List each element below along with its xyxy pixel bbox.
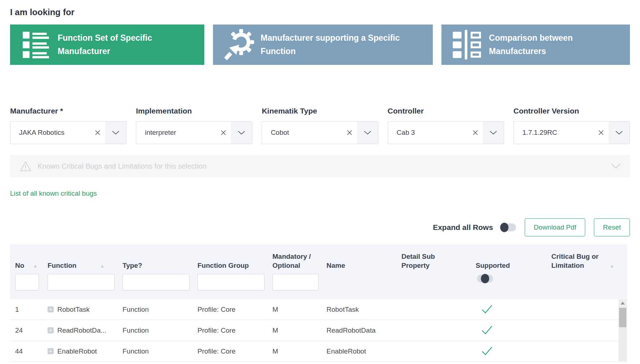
list-icon [19, 28, 52, 61]
filter-input-no[interactable] [15, 274, 39, 290]
table-row[interactable]: 1 +RobotTask Function Profile: Core M Ro… [10, 299, 618, 320]
selected-value: Cab 3 [388, 129, 468, 137]
clear-icon[interactable] [342, 130, 357, 136]
filter-input-function-group[interactable] [197, 274, 265, 290]
filter-kinematik-type: Kinematik Type Cobot [262, 107, 378, 144]
filter-label: Controller Version [514, 107, 630, 115]
clear-icon[interactable] [216, 130, 231, 136]
sort-asc-icon[interactable]: ▲ [610, 263, 614, 269]
chevron-down-icon[interactable] [105, 121, 126, 144]
supported-filter-toggle[interactable] [477, 275, 493, 283]
column-header-supported: Supported [471, 250, 546, 290]
accordion-title: Known Critical Bugs and Limitations for … [37, 162, 206, 170]
column-label: No [15, 261, 24, 270]
reset-button[interactable]: Reset [594, 218, 630, 236]
chevron-down-icon[interactable] [483, 121, 504, 144]
cell-name: EnableRobot [321, 347, 396, 355]
column-header-function-group: Function Group [192, 250, 267, 290]
mode-card-label: Comparison between Manufacturers [489, 31, 630, 58]
function-text: ReadRobotDa... [57, 327, 106, 334]
table-toolbar: Expand all Rows Download Pdf Reset [10, 218, 630, 236]
check-icon [481, 346, 493, 356]
warning-icon [19, 161, 32, 172]
critical-bugs-link[interactable]: List of all known critical bugs [10, 190, 97, 197]
cell-type: Function [117, 347, 192, 355]
clear-icon[interactable] [90, 130, 105, 136]
cell-supported [471, 303, 546, 316]
cell-no: 1 [10, 306, 43, 314]
filter-label: Implementation [136, 107, 252, 115]
expand-plus-icon[interactable]: + [48, 306, 54, 312]
scroll-up-icon[interactable] [621, 302, 625, 305]
filter-label: Kinematik Type [262, 107, 378, 115]
sort-asc-icon[interactable]: ▲ [33, 263, 37, 269]
check-icon [481, 305, 493, 314]
chevron-down-icon[interactable] [357, 121, 378, 144]
manufacturer-select[interactable]: JAKA Robotics [10, 121, 126, 144]
mode-card-function-set[interactable]: Function Set of Specific Manufacturer [10, 25, 204, 65]
mode-card-manufacturer-supporting[interactable]: Manufacturer supporting a Specific Funct… [213, 25, 432, 65]
filter-label: Controller [388, 107, 504, 115]
filter-controller-version: Controller Version 1.7.1.29RC [514, 107, 630, 144]
cell-function: +RobotTask [43, 306, 117, 314]
filter-input-function[interactable] [48, 274, 115, 290]
selected-value: JAKA Robotics [10, 129, 90, 137]
filter-implementation: Implementation interpreter [136, 107, 252, 144]
cell-name: RobotTask [321, 306, 396, 314]
cell-mandatory: M [267, 306, 321, 314]
table-row[interactable]: 24 +ReadRobotDa... Function Profile: Cor… [10, 320, 618, 341]
implementation-select[interactable]: interpreter [136, 121, 252, 144]
column-header-name: Name [321, 250, 396, 290]
controller-select[interactable]: Cab 3 [388, 121, 504, 144]
controller-version-select[interactable]: 1.7.1.29RC [514, 121, 630, 144]
expand-plus-icon[interactable]: + [48, 327, 54, 333]
filter-input-type[interactable] [123, 274, 190, 290]
clear-icon[interactable] [468, 130, 483, 136]
gear-cursor-icon [222, 28, 255, 61]
sort-asc-icon[interactable]: ▲ [100, 263, 105, 269]
cell-function: +ReadRobotDa... [43, 327, 117, 334]
known-bugs-accordion[interactable]: Known Critical Bugs and Limitations for … [10, 155, 630, 177]
filter-bar: Manufacturer * JAKA Robotics Implementat… [10, 107, 630, 144]
table-rows: 1 +RobotTask Function Profile: Core M Ro… [10, 299, 618, 362]
clear-icon[interactable] [594, 130, 609, 136]
cell-name: ReadRobotData [321, 327, 396, 334]
chevron-down-icon[interactable] [611, 164, 621, 169]
table-body: 1 +RobotTask Function Profile: Core M Ro… [10, 299, 627, 362]
expand-plus-icon[interactable]: + [48, 348, 54, 354]
function-text: EnableRobot [57, 347, 97, 355]
mode-card-label: Function Set of Specific Manufacturer [58, 31, 204, 58]
selected-value: interpreter [136, 129, 216, 137]
mode-card-comparison[interactable]: Comparison between Manufacturers [441, 25, 630, 65]
cell-function: +EnableRobot [43, 347, 117, 355]
cell-function-group: Profile: Core [192, 306, 267, 314]
filter-label: Manufacturer * [10, 107, 126, 115]
cell-no: 24 [10, 327, 43, 334]
expand-all-toggle[interactable] [500, 223, 516, 231]
column-label: Name [326, 261, 345, 270]
chevron-down-icon[interactable] [231, 121, 252, 144]
chevron-down-icon[interactable] [609, 121, 630, 144]
column-header-critical-bug: Critical Bug or Limitation▲ [546, 250, 627, 290]
page-title: I am looking for [10, 7, 630, 17]
scrollbar-thumb[interactable] [619, 308, 626, 327]
filter-input-mandatory-optional[interactable] [272, 274, 319, 290]
selected-value: 1.7.1.29RC [514, 129, 594, 137]
kinematik-type-select[interactable]: Cobot [262, 121, 378, 144]
column-header-function: Function▲ [43, 250, 117, 290]
column-header-type: Type? [117, 250, 192, 290]
cell-supported [471, 324, 546, 337]
function-table: No▲ Function▲ Type? Function Group Manda… [10, 244, 627, 362]
table-row[interactable]: 44 +EnableRobot Function Profile: Core M… [10, 341, 618, 362]
cell-supported [471, 345, 546, 358]
table-header: No▲ Function▲ Type? Function Group Manda… [10, 244, 627, 299]
selected-value: Cobot [262, 129, 342, 137]
column-header-detail-sub-property: Detail Sub Property [396, 250, 471, 290]
toggle-knob [500, 223, 508, 232]
column-header-mandatory-optional: Mandatory / Optional [267, 250, 321, 290]
mode-card-label: Manufacturer supporting a Specific Funct… [261, 31, 432, 58]
cell-mandatory: M [267, 347, 321, 355]
download-pdf-button[interactable]: Download Pdf [525, 218, 585, 236]
column-label: Supported [476, 261, 510, 270]
vertical-scrollbar[interactable] [618, 299, 627, 362]
